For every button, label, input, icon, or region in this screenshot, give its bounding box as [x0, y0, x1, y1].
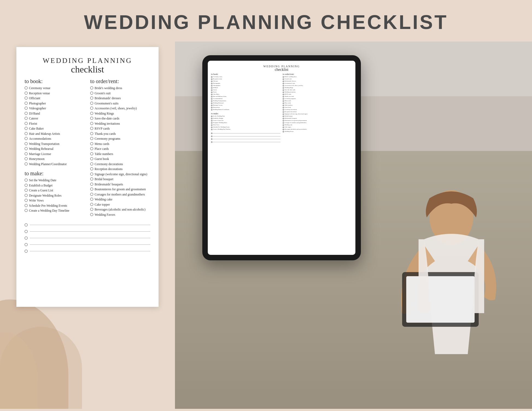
- checkbox[interactable]: [90, 107, 93, 110]
- tablet-list-item: Set the Wedding Date: [211, 115, 280, 117]
- tablet-list-item: Marriage License: [211, 104, 280, 106]
- checkbox[interactable]: [90, 203, 93, 206]
- checkbox[interactable]: [25, 189, 28, 192]
- checkbox[interactable]: [90, 132, 93, 135]
- checkbox[interactable]: [25, 127, 28, 130]
- content-area: Wedding Planning checklist to book: Cere…: [0, 42, 532, 409]
- tablet-list-item: Guest book: [283, 107, 352, 109]
- checkbox[interactable]: [90, 102, 93, 105]
- checkbox[interactable]: [90, 92, 93, 95]
- checkbox[interactable]: [90, 127, 93, 130]
- checkbox[interactable]: [25, 142, 28, 145]
- checkbox[interactable]: [25, 86, 28, 89]
- list-item: Wedding Rings: [90, 112, 150, 116]
- checkbox[interactable]: [90, 183, 93, 186]
- list-item: Bride's wedding dress: [90, 86, 150, 91]
- tablet-list-item: Bridal bouquet: [283, 115, 352, 117]
- checkbox[interactable]: [25, 199, 28, 202]
- tablet-list-item: Menu cards: [283, 100, 352, 102]
- checkbox[interactable]: [25, 209, 28, 212]
- list-item: RSVP cards: [90, 127, 150, 131]
- checkbox[interactable]: [25, 122, 28, 125]
- checkbox[interactable]: [90, 208, 93, 211]
- tablet-list-item: Wedding Planner/Coordinator: [211, 109, 280, 111]
- checkbox[interactable]: [90, 198, 93, 201]
- checkbox[interactable]: [90, 157, 93, 160]
- checkbox[interactable]: [25, 243, 28, 246]
- tablet-list-item: Florist: [211, 91, 280, 93]
- right-column: to order/rent: Bride's wedding dress Gro…: [90, 78, 150, 218]
- checkbox[interactable]: [90, 173, 93, 176]
- checkbox[interactable]: [25, 250, 28, 253]
- checkbox[interactable]: [25, 237, 28, 240]
- list-item: Thank-you cards: [90, 132, 150, 136]
- checkbox[interactable]: [25, 137, 28, 140]
- tablet-list-item: Corsages for mothers and grandmothers: [283, 122, 352, 124]
- checkbox[interactable]: [25, 102, 28, 105]
- tablet-columns: to book: Ceremony venue Reception venue …: [211, 73, 352, 144]
- list-item: Bridesmaids' bouquets: [90, 182, 150, 187]
- tablet-script-title: checklist: [211, 68, 352, 72]
- list-item: Bridesmaids' dresses: [90, 96, 150, 101]
- checkbox[interactable]: [25, 230, 28, 233]
- checkbox[interactable]: [25, 92, 28, 95]
- tablet-list-item: Wedding cake: [283, 124, 352, 126]
- paper-main-title: Wedding Planning: [25, 57, 150, 65]
- checkbox[interactable]: [25, 97, 28, 100]
- list-item: Groom's suit: [90, 91, 150, 96]
- tablet-list-item: Bride's wedding dress: [283, 76, 352, 78]
- checkbox[interactable]: [90, 152, 93, 155]
- checkbox[interactable]: [25, 132, 28, 135]
- checkbox[interactable]: [90, 97, 93, 100]
- list-item: Ceremony decorations: [90, 162, 150, 167]
- checkbox[interactable]: [90, 193, 93, 196]
- to-order-rent-title: to order/rent:: [90, 78, 150, 84]
- list-item: Signage (welcome sign, directional signs…: [90, 172, 150, 177]
- checkbox[interactable]: [90, 167, 93, 170]
- list-item: Caterer: [25, 116, 85, 121]
- checkbox[interactable]: [90, 188, 93, 191]
- tablet-list-item: Photographer: [211, 83, 280, 84]
- checkbox[interactable]: [90, 137, 93, 140]
- list-item: Place cards: [90, 147, 150, 151]
- checkbox[interactable]: [25, 112, 28, 115]
- list-item: Wedding Transportation: [25, 142, 85, 146]
- tablet-to-order: to order/rent:: [283, 73, 352, 75]
- checkbox[interactable]: [25, 157, 28, 160]
- checkbox[interactable]: [25, 184, 28, 187]
- checkbox[interactable]: [25, 152, 28, 155]
- list-item: Wedding Favors: [90, 213, 150, 217]
- checkbox[interactable]: [90, 147, 93, 150]
- checkbox[interactable]: [90, 162, 93, 165]
- checkbox[interactable]: [25, 162, 28, 165]
- checkbox[interactable]: [90, 86, 93, 89]
- blank-line: [25, 236, 150, 240]
- blank-line: [25, 249, 150, 253]
- tablet-list-item: Create a Guest List: [211, 120, 280, 122]
- checkbox[interactable]: [90, 122, 93, 125]
- tablet-list-item: RSVP cards: [283, 94, 352, 95]
- list-item: Hair and Makeup Artists: [25, 132, 85, 136]
- checkbox[interactable]: [25, 204, 28, 207]
- checkbox[interactable]: [25, 117, 28, 120]
- tablet-list-item: Cake topper: [283, 126, 352, 128]
- list-item: Corsages for mothers and grandmothers: [90, 193, 150, 197]
- checkbox[interactable]: [90, 142, 93, 145]
- list-item: Menu cards: [90, 142, 150, 146]
- checkbox[interactable]: [90, 177, 93, 180]
- checkbox[interactable]: [25, 147, 28, 150]
- list-item: Guest book: [90, 157, 150, 161]
- checkbox[interactable]: [90, 117, 93, 120]
- checkbox[interactable]: [25, 223, 28, 226]
- list-item: Wedding Planner/Coordinator: [25, 162, 85, 167]
- checkbox[interactable]: [25, 179, 28, 182]
- tablet-list-item: Accommodations: [211, 98, 280, 100]
- tablet-list-item: Reception decorations: [283, 111, 352, 113]
- tablet-list-item: Save-the-date cards: [283, 89, 352, 91]
- checkbox[interactable]: [90, 213, 93, 216]
- checkbox[interactable]: [90, 112, 93, 115]
- checkbox[interactable]: [25, 194, 28, 197]
- checkbox[interactable]: [25, 107, 28, 110]
- list-item: Schedule Pre-Wedding Events: [25, 204, 85, 208]
- tablet-list-item: Officiant: [211, 80, 280, 82]
